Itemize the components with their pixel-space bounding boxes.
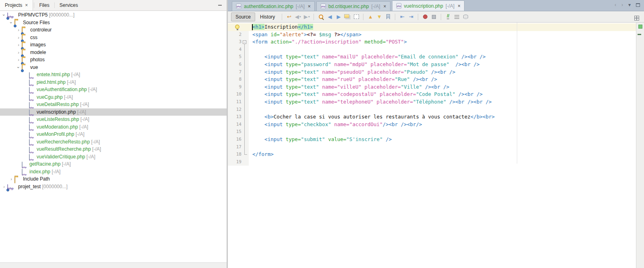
editor-tab-bd-critiquer-inc-php[interactable]: bd.critiquer.inc.php[-/A]× xyxy=(316,1,390,11)
close-icon[interactable]: × xyxy=(25,2,28,8)
find-selection-icon[interactable] xyxy=(317,13,325,21)
dropdown-arrow-icon[interactable]: ▾ xyxy=(299,15,301,19)
gutter-cell: 16 xyxy=(228,136,249,143)
tree-node-photos[interactable]: ›photos xyxy=(0,56,227,64)
toggle-rectangular-selection-icon[interactable] xyxy=(352,13,360,21)
chevron-collapsed-icon[interactable]: › xyxy=(2,183,6,191)
code-line-16[interactable]: 16 <input type="submit" value="S'inscrir… xyxy=(228,136,636,143)
code-line-15[interactable]: 15 xyxy=(228,128,636,136)
chevron-collapsed-icon[interactable]: › xyxy=(16,41,21,49)
code-line-12[interactable]: 12 xyxy=(228,106,636,114)
split-document-icon[interactable] xyxy=(633,14,641,22)
code-line-7[interactable]: 7 <input type="text" name="pseudoU" plac… xyxy=(228,69,636,76)
toggle-bookmark-icon[interactable] xyxy=(384,13,392,21)
tree-file-vuecgu-php[interactable]: vueCgu.php [-/A] xyxy=(0,93,227,101)
tab-list-dropdown-icon[interactable]: ▾ xyxy=(628,2,631,8)
tree-node-source-files[interactable]: ›Source Files xyxy=(0,19,227,27)
scroll-tabs-left-icon[interactable]: ‹ xyxy=(615,2,616,8)
tree-file-vuelisterestos-php[interactable]: vueListeRestos.php [-/A] xyxy=(0,116,227,123)
tree-node-images[interactable]: ›images xyxy=(0,41,227,49)
panel-tab-projects[interactable]: Projects× xyxy=(0,0,33,10)
tree-file-vueresultrecherche-php[interactable]: vueResultRecherche.php [-/A] xyxy=(0,145,227,153)
tree-file-index-php[interactable]: index.php [-/A] xyxy=(0,168,227,176)
stop-macro-recording-icon[interactable] xyxy=(430,13,438,21)
tree-file-vuerechercheresto-php[interactable]: vueRechercheResto.php [-/A] xyxy=(0,138,227,146)
fold-collapse-icon[interactable]: − xyxy=(243,40,246,44)
tree-file-getracine-php[interactable]: getRacine.php [-/A] xyxy=(0,160,227,168)
line-number: 8 xyxy=(229,76,242,83)
forward-icon[interactable]: ▶▾ xyxy=(303,13,311,21)
code-line-18[interactable]: 18</form> xyxy=(228,151,636,158)
panel-tab-services[interactable]: Services xyxy=(55,0,83,10)
close-icon[interactable]: × xyxy=(308,4,311,9)
code-line-9[interactable]: 9 <input type="text" name="villeU" place… xyxy=(228,83,636,91)
find-next-occurrence-icon[interactable]: ▶ xyxy=(334,13,343,21)
minimize-panel-icon[interactable] xyxy=(218,5,222,6)
next-bookmark-icon[interactable]: ▼ xyxy=(375,13,383,21)
back-icon[interactable]: ◀▾ xyxy=(294,13,302,21)
code-line-4[interactable]: 4 xyxy=(228,46,636,54)
code-line-8[interactable]: 8 <input type="text" name="rueU" placeho… xyxy=(228,76,636,83)
tree-file-vuemoderation-php[interactable]: vueModeration.php [-/A] xyxy=(0,123,227,131)
uncomment-icon[interactable] xyxy=(453,13,461,21)
previous-bookmark-icon[interactable]: ▲ xyxy=(366,13,374,21)
code-line-1[interactable]: <h1>Inscription</h1> xyxy=(228,23,636,31)
file-status-ok-square[interactable] xyxy=(638,25,642,29)
chevron-collapsed-icon[interactable]: › xyxy=(16,34,21,42)
database-connection-icon[interactable] xyxy=(462,13,470,21)
toggle-highlight-search-icon[interactable] xyxy=(343,13,351,21)
tree-file-vueauthentification-php[interactable]: vueAuthentification.php [-/A] xyxy=(0,86,227,93)
tree-file-vuedetailresto-php[interactable]: vueDetailResto.php [-/A] xyxy=(0,101,227,108)
tree-node-vue[interactable]: ›vue xyxy=(0,64,227,71)
maximize-window-icon[interactable] xyxy=(636,3,640,7)
tree-horizontal-scrollbar[interactable] xyxy=(0,262,227,268)
hint-lightbulb-icon[interactable] xyxy=(235,25,239,29)
tree-node-phpmvctp5[interactable]: ›PHPMVCTP5 [0000000...] xyxy=(0,11,227,19)
code-line-17[interactable]: 17 xyxy=(228,143,636,151)
code-line-19[interactable]: 19 xyxy=(228,158,636,166)
chevron-collapsed-icon[interactable]: › xyxy=(16,49,21,56)
tree-file-vuemonprofil-php[interactable]: vueMonProfil.php [-/A] xyxy=(0,131,227,138)
code-line-14[interactable]: 14 <input type="checkbox" name="accordOu… xyxy=(228,121,636,129)
code-line-6[interactable]: 6 <input type="password" name="mdpU" pla… xyxy=(228,61,636,69)
close-icon[interactable]: × xyxy=(384,4,386,9)
code-line-13[interactable]: 13 <b>Cocher la case si vous autoriser l… xyxy=(228,113,636,121)
chevron-collapsed-icon[interactable]: › xyxy=(9,175,14,183)
comment-icon[interactable]: // xyxy=(444,13,452,21)
chevron-collapsed-icon[interactable]: › xyxy=(16,56,21,64)
chevron-expanded-icon[interactable]: › xyxy=(0,12,8,17)
editor-tab-authentification-inc-php[interactable]: authentification.inc.php[-/A]× xyxy=(232,1,315,11)
tree-node-projet-test[interactable]: ›projet_test [0000000...] xyxy=(0,183,227,191)
editor-tab-vueInscription-php[interactable]: vueInscription.php[-/A]× xyxy=(392,0,464,11)
code-line-5[interactable]: 5 <input type="text" name="mailU" placeh… xyxy=(228,53,636,61)
panel-tab-files[interactable]: Files xyxy=(34,0,54,10)
split-glyph xyxy=(634,16,639,21)
tree-file-vuevalidercritique-php[interactable]: vueValiderCritique.php [-/A] xyxy=(0,153,227,161)
code-line-2[interactable]: 2<span id="alerte"><?= $msg ?></span> xyxy=(228,31,636,39)
tree-node-include-path[interactable]: ›Include Path xyxy=(0,175,227,183)
scroll-tabs-right-icon[interactable]: › xyxy=(621,2,623,8)
shift-line-left-icon[interactable]: ⇤ xyxy=(398,13,406,21)
code-token: </span> xyxy=(340,31,361,37)
chevron-collapsed-icon[interactable]: › xyxy=(16,26,21,34)
tree-file-pied-html-php[interactable]: pied.html.php [-/A] xyxy=(0,79,227,86)
code-line-3[interactable]: 3−<form action="./?action=inscription" m… xyxy=(228,38,636,46)
chevron-expanded-icon[interactable]: › xyxy=(15,65,23,70)
tree-file-vueinscription-php[interactable]: vueInscription.php [-/A] xyxy=(0,108,227,116)
code-line-11[interactable]: 11 <input type="text" name="telephoneU" … xyxy=(228,98,636,106)
find-previous-occurrence-icon[interactable]: ◀ xyxy=(326,13,334,21)
dropdown-arrow-icon[interactable]: ▾ xyxy=(308,15,310,19)
shift-line-right-icon[interactable]: ⇥ xyxy=(407,13,415,21)
source-view-button[interactable]: Source xyxy=(231,12,255,21)
tree-node-css[interactable]: ›css xyxy=(0,34,227,42)
chevron-expanded-icon[interactable]: › xyxy=(8,20,15,25)
current-line-stripe-mark[interactable] xyxy=(638,34,641,35)
tree-node-controleur[interactable]: ›controleur xyxy=(0,26,227,34)
close-icon[interactable]: × xyxy=(458,3,460,9)
start-macro-recording-icon[interactable] xyxy=(421,13,429,21)
code-line-10[interactable]: 10 <input type="text" name="codepostalU"… xyxy=(228,91,636,98)
history-view-button[interactable]: History xyxy=(256,13,279,21)
tree-node-modele[interactable]: ›modele xyxy=(0,49,227,56)
tree-file-entete-html-php[interactable]: entete.html.php [-/A] xyxy=(0,71,227,79)
last-edit-location-icon[interactable]: ↩ xyxy=(285,13,293,21)
